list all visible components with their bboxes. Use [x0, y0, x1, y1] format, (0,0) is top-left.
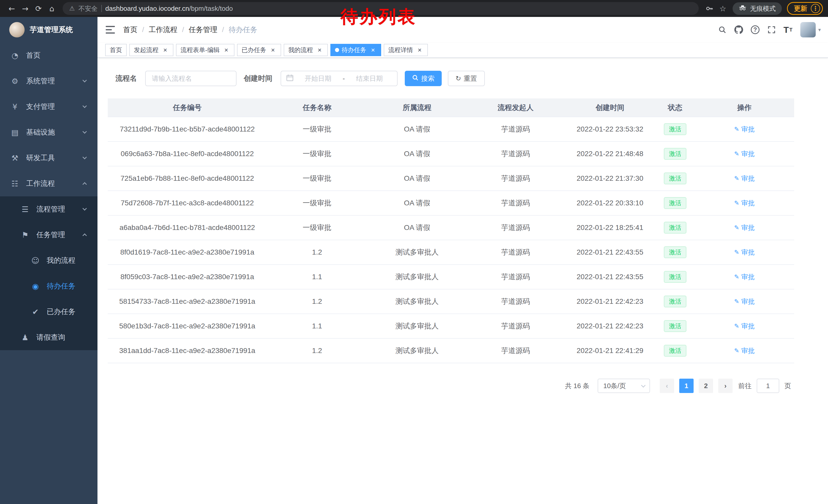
sidebar-item-home[interactable]: ◔首页 [0, 43, 97, 68]
approve-link[interactable]: ✎审批 [734, 297, 755, 306]
cell-task-name: 1.2 [267, 240, 367, 265]
cell-task-name: 1.1 [267, 314, 367, 338]
sidebar-item-label: 基础设施 [26, 127, 55, 137]
sidebar-item-label: 首页 [26, 50, 41, 60]
tab-done-tasks[interactable]: 已办任务× [237, 44, 281, 56]
url-path: /bpm/task/todo [189, 5, 233, 12]
close-icon[interactable]: × [316, 46, 323, 54]
table-row: a6aba0a4-7b6d-11ec-b781-acde48001122一级审批… [108, 215, 794, 240]
home-icon[interactable]: ⌂ [45, 2, 58, 15]
github-icon[interactable] [731, 21, 747, 38]
create-time-range-picker[interactable]: 开始日期 - 结束日期 [281, 71, 398, 86]
tab-home[interactable]: 首页 [105, 44, 127, 56]
tab-label: 我的流程 [288, 46, 313, 54]
cell-task-name: 一级审批 [267, 117, 367, 141]
status-badge: 激活 [664, 246, 687, 258]
col-actions: 操作 [695, 98, 794, 117]
incognito-badge: 无痕模式 [733, 2, 782, 15]
incognito-icon [739, 5, 746, 12]
approve-link[interactable]: ✎审批 [734, 199, 755, 208]
edit-icon: ✎ [734, 347, 739, 354]
fullscreen-icon[interactable] [763, 21, 780, 38]
close-icon[interactable]: × [369, 46, 377, 54]
sidebar-item-dev-tools[interactable]: ⚒研发工具 [0, 145, 97, 171]
update-button[interactable]: 更新 ⋮ [787, 2, 823, 15]
cell-task-id: 73211d9d-7b9b-11ec-b5b7-acde48001122 [108, 117, 267, 141]
close-icon[interactable]: × [223, 46, 230, 54]
reset-button[interactable]: ↻ 重置 [448, 71, 485, 86]
sidebar-item-done-tasks[interactable]: ✔已办任务 [0, 299, 97, 325]
warning-icon: ⚠ [69, 5, 75, 12]
sidebar-item-infrastructure[interactable]: ▤基础设施 [0, 120, 97, 145]
sidebar-item-system-management[interactable]: ⚙系统管理 [0, 68, 97, 94]
browser-menu-icon[interactable]: ⋮ [811, 4, 820, 13]
sidebar-item-todo-tasks[interactable]: ◉待办任务 [0, 273, 97, 299]
address-bar[interactable]: ⚠ 不安全 dashboard.yudao.iocoder.cn/bpm/tas… [63, 2, 699, 15]
edit-icon: ✎ [734, 126, 739, 133]
flag-icon: ⚑ [20, 230, 30, 239]
table-row: 580e1b3d-7ac8-11ec-a9e2-a2380e71991a1.1测… [108, 314, 794, 338]
approve-link[interactable]: ✎审批 [734, 174, 755, 183]
close-icon[interactable]: × [269, 46, 277, 54]
page-button-1[interactable]: 1 [679, 379, 694, 393]
sidebar-item-label: 支付管理 [26, 102, 55, 111]
cell-task-id: a6aba0a4-7b6d-11ec-b781-acde48001122 [108, 215, 267, 240]
process-name-input[interactable]: 请输入流程名 [145, 71, 237, 86]
password-key-icon[interactable] [703, 2, 716, 15]
prev-page-button[interactable]: ‹ [660, 379, 674, 393]
sidebar-item-leave-query[interactable]: ♟请假查询 [0, 325, 97, 350]
user-avatar[interactable] [800, 22, 816, 37]
tab-process-detail[interactable]: 流程详情× [384, 44, 428, 56]
approve-link[interactable]: ✎审批 [734, 125, 755, 134]
approve-link[interactable]: ✎审批 [734, 223, 755, 232]
approve-link[interactable]: ✎审批 [734, 149, 755, 158]
close-icon[interactable]: × [162, 46, 169, 54]
font-size-icon[interactable]: TT [780, 21, 796, 38]
approve-link[interactable]: ✎审批 [734, 346, 755, 355]
approve-link[interactable]: ✎审批 [734, 248, 755, 257]
breadcrumb-item-home[interactable]: 首页 [123, 25, 137, 35]
cell-created: 2022-01-22 18:25:41 [564, 215, 656, 240]
search-button[interactable]: 搜索 [405, 71, 442, 86]
tab-label: 待办任务 [342, 46, 366, 54]
sidebar-item-payment-management[interactable]: ¥支付管理 [0, 94, 97, 120]
hamburger-icon[interactable] [106, 26, 115, 34]
breadcrumb-item-task-management[interactable]: 任务管理 [189, 25, 217, 35]
back-icon[interactable]: ← [5, 2, 18, 15]
cell-task-name: 1.2 [267, 289, 367, 314]
table-header-row: 任务编号 任务名称 所属流程 流程发起人 创建时间 状态 操作 [108, 98, 794, 117]
chat-icon: ☺ [31, 256, 40, 265]
page-button-2[interactable]: 2 [699, 379, 713, 393]
tab-form-edit[interactable]: 流程表单-编辑× [176, 44, 235, 56]
page-size-select[interactable]: 10条/页 [598, 379, 650, 393]
sidebar-item-process-management[interactable]: ☰流程管理 [0, 196, 97, 222]
cell-process: OA 请假 [367, 166, 467, 191]
search-icon[interactable] [714, 21, 731, 38]
approve-link[interactable]: ✎审批 [734, 322, 755, 331]
cell-initiator: 芋道源码 [467, 265, 564, 289]
app-title: 芋道管理系统 [30, 25, 73, 35]
forward-icon[interactable]: → [18, 2, 32, 15]
tab-start-process[interactable]: 发起流程× [129, 44, 173, 56]
goto-page-input[interactable]: 1 [757, 379, 779, 393]
tab-label: 流程详情 [388, 46, 413, 54]
update-label: 更新 [794, 4, 807, 13]
approve-link[interactable]: ✎审批 [734, 273, 755, 281]
next-page-button[interactable]: › [718, 379, 733, 393]
avatar-caret-icon[interactable]: ▾ [818, 27, 821, 33]
help-icon[interactable]: ? [747, 21, 763, 38]
tab-todo-tasks[interactable]: 待办任务× [330, 44, 381, 56]
tab-my-processes[interactable]: 我的流程× [284, 44, 328, 56]
sidebar-item-my-processes[interactable]: ☺我的流程 [0, 248, 97, 273]
sidebar-item-workflow[interactable]: ☷工作流程 [0, 171, 97, 196]
reload-icon[interactable]: ⟳ [32, 2, 45, 15]
yen-icon: ¥ [10, 102, 19, 111]
breadcrumb-item-workflow[interactable]: 工作流程 [149, 25, 177, 35]
sidebar-item-task-management[interactable]: ⚑任务管理 [0, 222, 97, 248]
cell-process: OA 请假 [367, 215, 467, 240]
close-icon[interactable]: × [416, 46, 423, 54]
edit-icon: ✎ [734, 249, 739, 256]
col-task-name: 任务名称 [267, 98, 367, 117]
bookmark-star-icon[interactable]: ☆ [716, 2, 730, 15]
create-time-label: 创建时间 [244, 74, 273, 83]
